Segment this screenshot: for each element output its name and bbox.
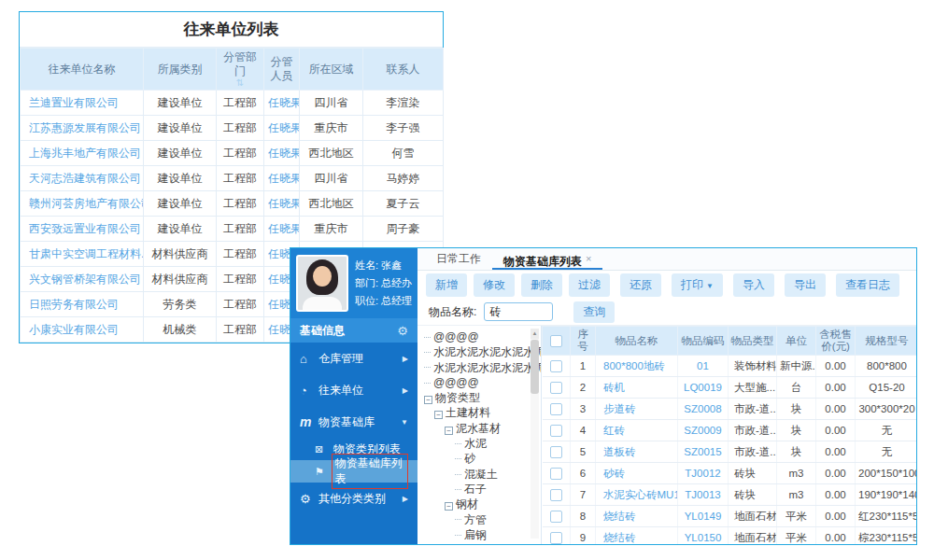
item-name-link[interactable]: 烧结砖 — [596, 506, 678, 527]
company-name-link[interactable]: 小康实业有限公司 — [21, 317, 144, 343]
row-checkbox[interactable] — [550, 425, 562, 437]
item-name-link[interactable]: 砖机 — [596, 377, 678, 399]
tree-node[interactable]: 方管 — [417, 512, 541, 527]
toolbar-button-过滤[interactable]: 过滤 — [569, 273, 610, 297]
item-code-link[interactable]: TJ0013 — [678, 484, 729, 506]
tree-node[interactable]: 角钢 — [417, 542, 541, 544]
sidebar-section-basic-info[interactable]: 基础信息 ⚙ — [290, 318, 417, 343]
column-header-联系人[interactable]: 联系人 — [363, 49, 444, 91]
column-header-所在区域[interactable]: 所在区域 — [300, 49, 363, 91]
manager-link[interactable]: 任晓果 — [264, 217, 300, 242]
profile-name: 姓名: 张鑫 — [355, 257, 412, 274]
tree-node[interactable]: 混凝土 — [417, 467, 541, 482]
item-name-link[interactable]: 烧结砖 — [596, 527, 678, 545]
company-name-link[interactable]: 甘肃中实空调工程材料... — [21, 242, 144, 267]
toolbar-button-还原[interactable]: 还原 — [620, 273, 661, 297]
tree-node[interactable]: 水泥水泥水泥水泥水泥水泥水泥 — [417, 360, 541, 375]
collapse-icon[interactable]: − — [445, 502, 453, 511]
company-name-link[interactable]: 日照劳务有限公司 — [21, 292, 144, 317]
company-name-link[interactable]: 天河志浩建筑有限公司 — [21, 166, 144, 191]
item-name-link[interactable]: 步道砖 — [596, 399, 678, 420]
sidebar-item-往来单位[interactable]: ◔往来单位▶ — [290, 374, 417, 406]
toolbar-button-导出[interactable]: 导出 — [785, 273, 826, 297]
item-code-link[interactable]: 01 — [678, 356, 729, 377]
manager-link[interactable]: 任晓果 — [264, 91, 300, 116]
row-checkbox[interactable] — [550, 403, 562, 415]
item-name-link[interactable]: 红砖 — [596, 420, 678, 441]
item-name-link[interactable]: 水泥实心砖MU10 — [596, 484, 678, 506]
collapse-icon[interactable]: − — [434, 411, 443, 419]
select-all-checkbox[interactable] — [550, 335, 562, 347]
company-name-link[interactable]: 兰迪置业有限公司 — [21, 91, 144, 116]
row-checkbox[interactable] — [550, 532, 562, 544]
tab-物资基础库列表[interactable]: 物资基础库列表× — [492, 248, 602, 270]
tree-node[interactable]: 水泥水泥水泥水泥水泥水泥水泥 — [417, 344, 541, 359]
collapse-icon[interactable]: − — [424, 396, 432, 404]
query-button[interactable]: 查询 — [573, 301, 615, 323]
toolbar-button-新增[interactable]: 新增 — [426, 273, 467, 297]
collapse-icon[interactable]: − — [445, 427, 453, 435]
scrollbar-thumb[interactable] — [531, 340, 539, 394]
company-name-link[interactable]: 江苏惠源发展有限公司 — [21, 116, 144, 141]
tree-node[interactable]: −土建材料 — [417, 405, 541, 420]
toolbar-button-修改[interactable]: 修改 — [474, 273, 515, 297]
scroll-up-icon[interactable]: ▲ — [531, 329, 539, 339]
chevron-right-icon[interactable]: ▶ — [403, 386, 408, 395]
item-name-link[interactable]: 800*800地砖 — [596, 356, 678, 377]
chevron-down-icon[interactable]: ▼ — [401, 418, 408, 427]
item-name-input[interactable] — [484, 302, 553, 321]
company-name-link[interactable]: 西安致远置业有限公司 — [21, 217, 144, 242]
item-name-link[interactable]: 砂砖 — [596, 463, 678, 484]
item-code-link[interactable]: LQ0019 — [678, 377, 729, 399]
row-checkbox[interactable] — [550, 511, 562, 523]
sidebar-item-物资基础库[interactable]: m物资基础库▼ — [290, 406, 417, 438]
chevron-right-icon[interactable]: ▶ — [403, 355, 408, 363]
item-code-link[interactable]: YL0149 — [678, 506, 729, 527]
tree-node[interactable]: −物资类型 — [417, 390, 541, 405]
row-checkbox[interactable] — [550, 382, 562, 394]
company-name-link[interactable]: 赣州河荟房地产有限公司 — [21, 191, 144, 217]
tree-node[interactable]: −泥水基材 — [417, 421, 541, 436]
item-code-link[interactable]: SZ0009 — [678, 420, 729, 441]
company-name-link[interactable]: 兴文钢管桥架有限公司 — [21, 267, 144, 292]
sidebar-item-仓库管理[interactable]: ⌂仓库管理▶ — [290, 343, 417, 374]
toolbar-button-导入[interactable]: 导入 — [733, 273, 774, 297]
manager-link[interactable]: 任晓果 — [264, 116, 300, 141]
item-name-link[interactable]: 道板砖 — [596, 441, 678, 463]
toolbar-button-打印[interactable]: 打印▼ — [672, 273, 723, 297]
manager-link[interactable]: 任晓果 — [264, 191, 300, 217]
column-header-分管人员[interactable]: 分管人员 — [264, 49, 300, 91]
item-code-link[interactable]: YL0150 — [678, 527, 729, 545]
column-header-分管部门[interactable]: 分管部门⇅ — [217, 49, 264, 91]
tree-node[interactable]: @@@@ — [417, 329, 541, 344]
chevron-right-icon[interactable]: ▶ — [403, 495, 408, 503]
item-code-link[interactable]: SZ0015 — [678, 441, 729, 463]
row-checkbox[interactable] — [550, 446, 562, 458]
item-code-link[interactable]: TJ0012 — [678, 463, 729, 484]
manager-link[interactable]: 任晓果 — [264, 166, 300, 191]
chevron-down-icon[interactable]: ▼ — [706, 282, 714, 290]
item-code-link[interactable]: SZ0008 — [678, 399, 729, 420]
gear-icon[interactable]: ⚙ — [397, 324, 408, 338]
row-checkbox[interactable] — [550, 360, 562, 372]
tree-node[interactable]: 石子 — [417, 482, 541, 497]
tab-日常工作[interactable]: 日常工作 — [425, 248, 492, 270]
sidebar-item-物资基础库列表[interactable]: ⚑物资基础库列表 — [290, 460, 417, 483]
tree-node[interactable]: 扁钢 — [417, 527, 541, 542]
tree-node[interactable]: 砂 — [417, 451, 541, 466]
company-name-link[interactable]: 上海兆丰地产有限公司 — [21, 141, 144, 166]
tree-node[interactable]: −钢材 — [417, 497, 541, 511]
cell: 材料供应商 — [144, 242, 217, 267]
tree-scrollbar[interactable]: ▲ — [531, 329, 539, 539]
toolbar-button-删除[interactable]: 删除 — [521, 273, 562, 297]
sort-icon[interactable]: ⇅ — [219, 78, 261, 88]
column-header-往来单位名称[interactable]: 往来单位名称 — [21, 49, 144, 91]
tree-node[interactable]: 水泥 — [417, 436, 541, 451]
manager-link[interactable]: 任晓果 — [264, 141, 300, 166]
row-checkbox[interactable] — [550, 468, 562, 480]
tree-node[interactable]: @@@@ — [417, 375, 541, 390]
toolbar-button-查看日志[interactable]: 查看日志 — [836, 273, 899, 297]
column-header-所属类别[interactable]: 所属类别 — [144, 49, 217, 91]
row-checkbox[interactable] — [550, 489, 562, 501]
close-icon[interactable]: × — [586, 253, 591, 264]
